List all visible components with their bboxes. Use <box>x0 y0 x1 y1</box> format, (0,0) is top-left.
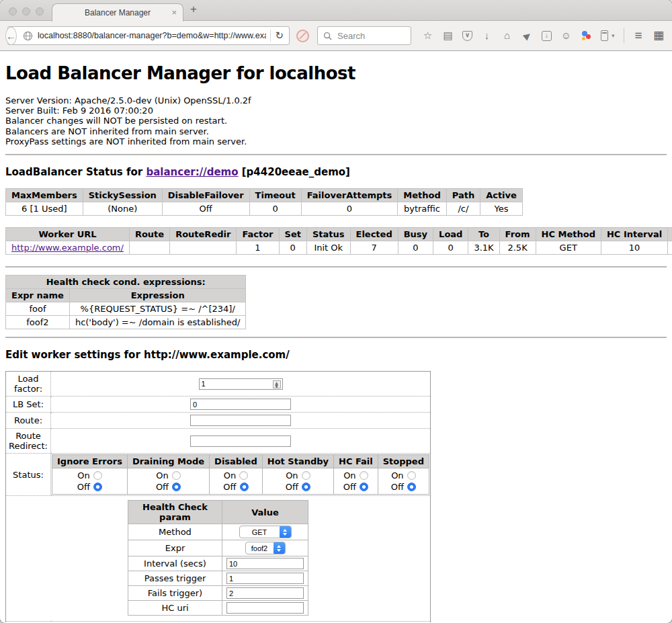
search-input[interactable] <box>336 30 405 42</box>
url-text[interactable]: localhost:8880/balancer-manager?b=demo&w… <box>38 31 266 40</box>
expression-cell: %{REQUEST_STATUS} =~ /^[234]/ <box>69 302 246 316</box>
route-input[interactable] <box>190 415 291 426</box>
browser-toolbar: ← localhost:8880/balancer-manager?b=demo… <box>0 21 672 51</box>
on-label: On <box>156 470 168 481</box>
chat-icon[interactable]: ☺ <box>560 30 572 41</box>
table-cell: GET <box>536 241 601 255</box>
tab-close-icon[interactable]: × <box>171 7 177 17</box>
worker-url-link[interactable]: http://www.example.com/ <box>11 243 124 253</box>
table-cell <box>170 241 237 255</box>
close-window-button[interactable] <box>9 7 17 15</box>
minimize-window-button[interactable] <box>22 7 30 15</box>
balancer-link[interactable]: balancer://demo <box>146 166 238 178</box>
on-label: On <box>286 470 298 481</box>
balancer-status-heading: LoadBalancer Status for balancer://demo … <box>5 166 667 178</box>
status-radio-stopped-on[interactable] <box>407 471 416 480</box>
bookmark-star-icon[interactable]: ☆ <box>422 30 433 41</box>
status-radio-ignore-errors-off[interactable] <box>93 483 102 491</box>
hc-uri-input[interactable] <box>226 602 304 614</box>
table-cell: 7 <box>350 241 398 255</box>
pocket-icon[interactable]: ∨ <box>462 31 472 41</box>
status-radio-row: On Off On Off On Off <box>52 468 429 495</box>
home-icon[interactable]: ⌂ <box>501 30 513 41</box>
status-radio-hot-standby-on[interactable] <box>302 471 310 480</box>
page-title: Load Balancer Manager for localhost <box>5 63 667 83</box>
column-header: Hot Standby <box>262 455 333 468</box>
column-header: From <box>499 228 536 241</box>
column-header: HC Method <box>536 228 601 241</box>
apps-grid-icon[interactable]: ▦ <box>653 30 665 41</box>
status-radio-stopped-off[interactable] <box>407 483 416 491</box>
blocked-content-icon[interactable] <box>296 30 309 42</box>
globe-icon <box>23 31 33 41</box>
table-header-row: MaxMembers StickySession DisableFailover… <box>6 189 523 202</box>
lb-set-input[interactable] <box>190 399 291 410</box>
table-cell: /c/ <box>446 202 480 216</box>
status-label: Status: <box>6 454 51 496</box>
form-row-load-factor: Load factor: ▲▼ <box>6 372 431 397</box>
search-bar[interactable] <box>317 26 411 45</box>
hc-params-table: Health Check param Value Method GET <box>128 500 308 616</box>
column-header: MaxMembers <box>6 189 83 202</box>
route-redirect-input[interactable] <box>190 435 291 447</box>
off-label: Off <box>156 481 169 493</box>
overflow-caret-icon[interactable]: ▾ <box>612 32 615 39</box>
column-header: Passes <box>668 228 672 241</box>
search-icon <box>323 32 332 40</box>
column-header: Load <box>433 228 468 241</box>
hc-expressions-title: Health check cond. expressions: <box>6 276 246 289</box>
zoom-window-button[interactable] <box>36 7 44 15</box>
new-tab-button[interactable]: + <box>190 3 197 16</box>
worker-row: http://www.example.com/ 1 0 Init Ok 7 0 … <box>6 241 672 255</box>
interval-label: Interval (secs) <box>128 556 222 571</box>
table-row: 6 [1 Used] (None) Off 0 0 bytraffic /c/ … <box>6 202 523 216</box>
back-button[interactable]: ← <box>5 27 17 45</box>
on-label: On <box>77 470 89 481</box>
table-cell: Yes <box>480 202 523 216</box>
divider <box>5 154 667 155</box>
status-radio-hc-fail-off[interactable] <box>360 483 368 491</box>
table-cell: 2.5K <box>499 241 536 255</box>
status-radio-draining-mode-on[interactable] <box>172 471 181 480</box>
reading-list-icon[interactable]: ▤ <box>442 30 454 41</box>
status-radio-draining-mode-off[interactable] <box>172 483 181 491</box>
column-header: To <box>468 228 499 241</box>
interval-input[interactable] <box>226 558 304 569</box>
status-radio-hc-fail-on[interactable] <box>360 471 368 480</box>
heading-suffix: [p4420eeae_demo] <box>239 166 350 178</box>
expression-cell: hc('body') =~ /domain is established/ <box>69 316 246 329</box>
column-header: Route <box>129 228 169 241</box>
select-stepper-icon <box>274 542 285 554</box>
status-radio-disabled-on[interactable] <box>239 471 248 480</box>
send-icon[interactable]: ▶ <box>519 28 535 43</box>
form-row-route-redirect: Route Redirect: <box>6 429 431 454</box>
downloads-icon[interactable]: ↓ <box>481 30 493 41</box>
fails-input[interactable] <box>226 587 304 599</box>
lb-set-label: LB Set: <box>6 397 51 413</box>
battery-icon[interactable] <box>601 30 608 41</box>
method-select[interactable]: GET <box>239 526 292 538</box>
balancer-params-table: MaxMembers StickySession DisableFailover… <box>5 188 523 216</box>
expr-select[interactable]: foof2 <box>245 542 286 554</box>
reload-icon[interactable]: ↻ <box>275 30 289 42</box>
form-row-route: Route: <box>6 413 431 429</box>
status-radio-ignore-errors-on[interactable] <box>93 471 102 480</box>
table-cell: 0 <box>398 241 433 255</box>
status-table: Ignore Errors Draining Mode Disabled Hot… <box>52 454 429 495</box>
window-controls[interactable] <box>9 7 44 15</box>
tab-balancer-manager[interactable]: Balancer Manager × <box>52 3 183 22</box>
save-to-device-icon[interactable]: ↓ <box>542 31 552 41</box>
table-cell: 3.1K <box>468 241 499 255</box>
load-factor-label: Load factor: <box>6 372 51 397</box>
status-radio-disabled-off[interactable] <box>240 483 249 491</box>
number-spinner-icon[interactable]: ▲▼ <box>273 380 281 388</box>
form-row-lb-set: LB Set: <box>6 397 431 413</box>
status-radio-hot-standby-off[interactable] <box>302 483 310 491</box>
passes-input[interactable] <box>226 573 304 584</box>
toolbar-icons: ☆ ▤ ∨ ↓ ⌂ ▶ ↓ ☺ ▾ ≡ ▦ <box>422 28 665 43</box>
extension-dots-icon[interactable] <box>581 30 592 41</box>
menu-icon[interactable]: ≡ <box>633 30 644 41</box>
address-bar[interactable]: localhost:8880/balancer-manager?b=demo&w… <box>7 26 290 45</box>
hc-row-fails: Fails trigger) <box>128 586 308 601</box>
load-factor-input[interactable] <box>199 378 283 390</box>
